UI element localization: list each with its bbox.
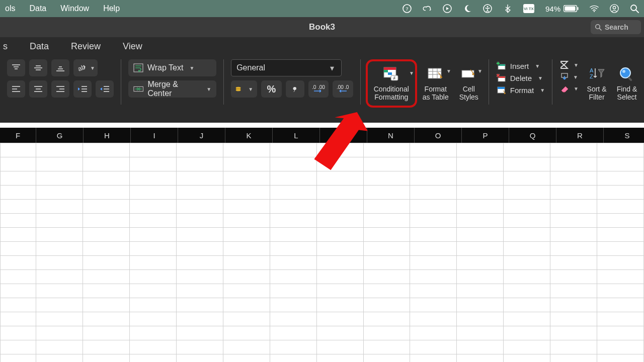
cell[interactable] xyxy=(316,242,363,256)
cell[interactable] xyxy=(1,354,36,363)
cell[interactable] xyxy=(597,326,644,340)
cell[interactable] xyxy=(363,312,410,326)
cell[interactable] xyxy=(223,270,270,284)
wifi-icon[interactable] xyxy=(590,4,599,13)
align-right-button[interactable] xyxy=(51,80,69,98)
cell[interactable] xyxy=(176,242,223,256)
cell[interactable] xyxy=(457,312,504,326)
align-center-button[interactable] xyxy=(29,80,47,98)
cell[interactable] xyxy=(176,298,223,312)
cell[interactable] xyxy=(129,354,176,363)
cell[interactable] xyxy=(270,157,316,171)
cell[interactable] xyxy=(176,157,223,171)
cell[interactable] xyxy=(457,354,504,363)
cell[interactable] xyxy=(316,312,363,326)
cell[interactable] xyxy=(363,171,410,186)
cell[interactable] xyxy=(363,228,410,242)
cell[interactable] xyxy=(176,214,223,228)
insert-cells-button[interactable]: Insert ▼ xyxy=(496,61,545,70)
cell[interactable] xyxy=(223,228,270,242)
spreadsheet-grid[interactable] xyxy=(0,143,644,362)
cell[interactable] xyxy=(550,354,597,363)
cell[interactable] xyxy=(83,326,130,340)
cell[interactable] xyxy=(176,284,223,298)
grammarly-icon[interactable]: 7 xyxy=(403,4,412,13)
number-format-select[interactable]: General ▾ xyxy=(231,59,342,76)
cell[interactable] xyxy=(457,256,504,270)
cell[interactable] xyxy=(550,214,597,228)
cell[interactable] xyxy=(223,256,270,270)
cell[interactable] xyxy=(83,157,130,171)
cell[interactable] xyxy=(363,326,410,340)
cell[interactable] xyxy=(223,312,270,326)
cell[interactable] xyxy=(83,228,130,242)
cell[interactable] xyxy=(316,298,363,312)
cell[interactable] xyxy=(176,270,223,284)
find-select-button[interactable]: Find & Select xyxy=(613,59,641,108)
cell[interactable] xyxy=(457,326,504,340)
cell[interactable] xyxy=(550,340,597,354)
cell[interactable] xyxy=(36,171,83,186)
cell[interactable] xyxy=(176,340,223,354)
column-header[interactable]: R xyxy=(556,128,604,143)
cell[interactable] xyxy=(410,270,457,284)
align-top-button[interactable] xyxy=(7,59,25,76)
cell[interactable] xyxy=(504,312,550,326)
column-header[interactable]: N xyxy=(367,128,415,143)
cell[interactable] xyxy=(223,284,270,298)
cell[interactable] xyxy=(316,228,363,242)
cell[interactable] xyxy=(270,256,316,270)
cell[interactable] xyxy=(504,354,550,363)
moon-icon[interactable] xyxy=(463,4,472,13)
comma-style-button[interactable] xyxy=(286,80,304,98)
cell[interactable] xyxy=(36,284,83,298)
cell[interactable] xyxy=(270,186,316,200)
tell-me-search[interactable]: Search xyxy=(591,20,641,34)
cell[interactable] xyxy=(316,270,363,284)
column-header[interactable]: M xyxy=(320,128,367,143)
cell[interactable] xyxy=(504,284,550,298)
cell[interactable] xyxy=(36,214,83,228)
cell[interactable] xyxy=(550,228,597,242)
cell[interactable] xyxy=(223,214,270,228)
cell[interactable] xyxy=(270,298,316,312)
cell[interactable] xyxy=(129,157,176,171)
column-header[interactable]: F xyxy=(0,128,36,143)
tab-formulas[interactable]: s xyxy=(0,38,10,55)
cell[interactable] xyxy=(550,270,597,284)
cell[interactable] xyxy=(316,256,363,270)
cell[interactable] xyxy=(410,171,457,186)
cell[interactable] xyxy=(83,143,130,157)
merge-center-button[interactable]: Merge & Center ▼ xyxy=(128,80,216,98)
cell[interactable] xyxy=(550,143,597,157)
cell[interactable] xyxy=(1,186,36,200)
cell[interactable] xyxy=(410,354,457,363)
cell[interactable] xyxy=(176,228,223,242)
cell[interactable] xyxy=(457,340,504,354)
cell[interactable] xyxy=(270,228,316,242)
cell[interactable] xyxy=(129,200,176,214)
cell[interactable] xyxy=(597,214,644,228)
align-bottom-button[interactable] xyxy=(51,59,69,76)
cell[interactable] xyxy=(223,186,270,200)
cell[interactable] xyxy=(176,186,223,200)
cell[interactable] xyxy=(597,228,644,242)
cell[interactable] xyxy=(410,143,457,157)
column-header[interactable]: J xyxy=(178,128,225,143)
tab-review[interactable]: Review xyxy=(69,38,103,55)
cell[interactable] xyxy=(363,200,410,214)
cell[interactable] xyxy=(129,326,176,340)
cell[interactable] xyxy=(316,200,363,214)
orientation-button[interactable]: ab▼ xyxy=(73,59,98,76)
increase-decimal-button[interactable]: .0.00 xyxy=(308,80,329,98)
cell[interactable] xyxy=(129,143,176,157)
cell[interactable] xyxy=(223,326,270,340)
cell[interactable] xyxy=(410,200,457,214)
cell[interactable] xyxy=(83,340,130,354)
cell[interactable] xyxy=(504,298,550,312)
cell[interactable] xyxy=(457,143,504,157)
cell[interactable] xyxy=(550,200,597,214)
column-header[interactable]: I xyxy=(131,128,178,143)
bluetooth-icon[interactable] xyxy=(503,4,512,13)
fill-button[interactable]: ▼ xyxy=(560,72,578,81)
